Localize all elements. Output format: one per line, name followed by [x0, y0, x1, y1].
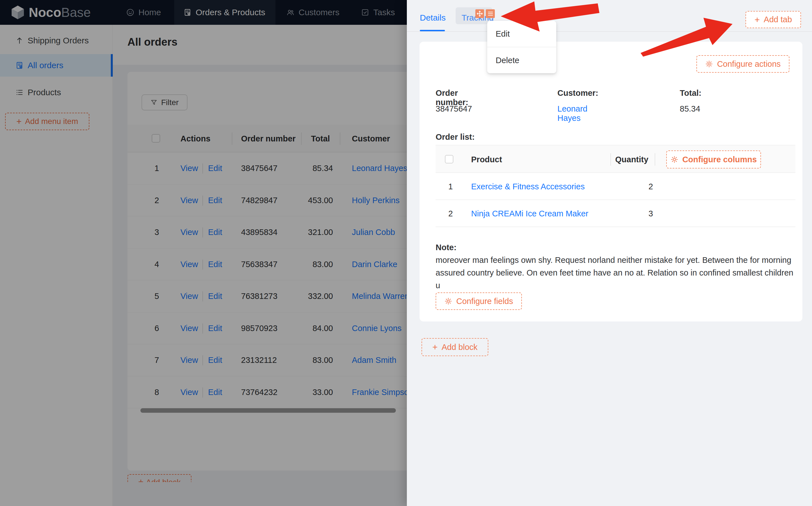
tab-settings-menu-icon[interactable] — [486, 9, 495, 18]
plus-icon: + — [754, 15, 760, 24]
tab-details[interactable]: Details — [420, 13, 446, 22]
select-all-checkbox[interactable] — [445, 155, 453, 163]
field-value: 38475647 — [436, 104, 472, 113]
field-value: 85.34 — [680, 104, 700, 113]
configure-columns-button[interactable]: Configure columns — [666, 151, 761, 168]
column-divider — [655, 153, 655, 166]
menu-item-delete[interactable]: Delete — [487, 47, 556, 73]
order-list-header: Product Quantity Configure columns — [436, 145, 795, 173]
add-block-button[interactable]: + Add block — [422, 338, 488, 356]
order-list-row: 1 Exercise & Fitness Accessories 2 — [436, 173, 795, 200]
quantity-cell: 2 — [649, 173, 653, 200]
order-list-label: Order list: — [436, 133, 475, 142]
field-label: Total: — [680, 88, 702, 98]
configure-fields-button[interactable]: Configure fields — [436, 292, 522, 310]
gear-icon — [444, 297, 452, 305]
field-label: Customer: — [558, 88, 598, 98]
product-link[interactable]: Ninja CREAMi Ice Cream Maker — [471, 200, 588, 227]
plus-icon: + — [432, 343, 438, 352]
column-header-product[interactable]: Product — [471, 145, 502, 174]
row-index: 1 — [446, 173, 455, 200]
column-header-quantity[interactable]: Quantity — [615, 145, 649, 174]
column-divider — [610, 153, 611, 166]
order-details-drawer: Details Tracking + Add tab Configure act… — [407, 0, 812, 506]
dim-overlay[interactable] — [0, 0, 407, 506]
drawer-tab-bar: Details Tracking + Add tab — [407, 0, 812, 32]
drag-handle-icon[interactable] — [475, 9, 484, 18]
order-list-table: Product Quantity Configure columns 1 Exe… — [436, 145, 795, 227]
details-block: Configure actions Order number: 38475647… — [420, 42, 802, 322]
product-link[interactable]: Exercise & Fitness Accessories — [471, 173, 585, 200]
note-text: moreover man feelings own shy. Request n… — [436, 254, 798, 292]
order-list-row: 2 Ninja CREAMi Ice Cream Maker 3 — [436, 200, 795, 227]
note-label: Note: — [436, 243, 456, 252]
configure-actions-button[interactable]: Configure actions — [696, 55, 790, 73]
menu-item-edit[interactable]: Edit — [487, 21, 556, 47]
quantity-cell: 3 — [649, 200, 653, 227]
gear-icon — [670, 156, 678, 163]
gear-icon — [705, 60, 713, 68]
customer-link[interactable]: Leonard Hayes — [558, 104, 587, 123]
add-tab-button[interactable]: + Add tab — [745, 11, 801, 28]
active-tab-indicator — [420, 30, 445, 31]
tab-context-menu: Edit Delete — [487, 21, 556, 73]
row-index: 2 — [446, 200, 455, 227]
